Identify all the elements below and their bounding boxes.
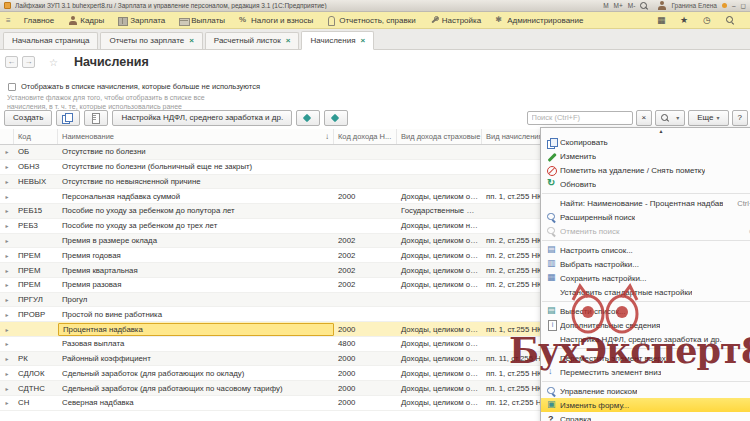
user-chip[interactable]: Гранина Елена [657, 1, 717, 10]
memory-m-button[interactable]: М [603, 2, 608, 9]
more-context-menu: ▲ Скопировать F9 Изменить F2 Пометить на… [540, 127, 750, 421]
diamond-action-button-2[interactable] [324, 110, 348, 126]
row-expander-icon[interactable]: ▸ [0, 178, 14, 185]
row-expander-icon[interactable]: ▸ [0, 311, 14, 318]
user-icon [657, 1, 666, 10]
search-clear-button[interactable]: × [636, 110, 653, 126]
row-expander-icon[interactable]: ▸ [0, 207, 14, 214]
row-expander-icon[interactable]: ▸ [0, 222, 14, 229]
menu-item[interactable]: Сохранить настройки... [541, 271, 750, 285]
window-button[interactable]: ◻ [741, 2, 746, 10]
row-expander-icon[interactable]: ▸ [0, 237, 14, 244]
checkbox-label: Отображать в списке начисления, которые … [21, 82, 260, 91]
menu-item[interactable]: Отменить поиск Ctrl+Q [541, 224, 750, 238]
row-expander-icon[interactable]: ▸ [0, 193, 14, 200]
more-button[interactable]: Еще▾ [688, 110, 728, 126]
search-button[interactable]: ▾ [655, 110, 685, 126]
menu-scroll-up-icon[interactable]: ▲ [541, 128, 750, 135]
list-config-icon [546, 245, 560, 256]
info-icon [546, 320, 560, 331]
menu-item[interactable]: Настроить список... [541, 243, 750, 257]
section-menu-item[interactable]: Кадры [61, 12, 111, 28]
row-expander-icon[interactable]: ▸ [0, 370, 14, 377]
menu-item[interactable]: Найти: Наименование - Процентная надбавк… [541, 196, 750, 210]
tab[interactable]: Начальная страница [3, 32, 98, 49]
section-menu-item[interactable]: Выплаты [172, 12, 232, 28]
zoom-icon[interactable] [640, 1, 649, 10]
memory-m-plus-button[interactable]: М+ [614, 2, 623, 9]
global-search-icon[interactable] [726, 16, 735, 25]
menu-item[interactable]: Выбрать настройки... [541, 257, 750, 271]
favorites-icon[interactable] [680, 16, 689, 25]
menu-item[interactable]: Дополнительные сведения [541, 318, 750, 332]
create-button[interactable]: Создать [4, 110, 52, 126]
search-input[interactable] [527, 111, 633, 125]
row-expander-icon[interactable]: ▸ [0, 385, 14, 392]
section-menu-item[interactable]: Настройка [423, 12, 488, 28]
tab[interactable]: Расчетный листок × [205, 32, 300, 49]
col-name: Наименование↓ [58, 129, 334, 144]
col-code: Код [14, 129, 58, 144]
title-bar: Лайфхаки ЗУП 3.1 buhexpert8.ru / Зарплат… [0, 0, 750, 12]
row-expander-icon[interactable]: ▸ [0, 148, 14, 155]
main-menu-icon[interactable]: ≡ [6, 16, 11, 25]
row-expander-icon[interactable]: ▸ [0, 267, 14, 274]
create-by-copy-button[interactable] [56, 110, 80, 126]
help-button[interactable]: ? [732, 110, 748, 126]
menu-item[interactable]: Изменить F2 [541, 149, 750, 163]
menu-item[interactable]: Установить стандартные настройки [541, 285, 750, 299]
row-expander-icon[interactable]: ▸ [0, 163, 14, 170]
section-menu-item[interactable]: Администрирование [488, 12, 590, 28]
mag-icon [546, 212, 560, 223]
copy-icon [546, 137, 560, 148]
tab-bar: Начальная страница Отчеты по зарплате × … [0, 29, 750, 50]
all-functions-icon[interactable] [657, 16, 666, 25]
favorite-star-icon[interactable]: ☆ [49, 57, 58, 68]
section-menu-item[interactable]: Налоги и взносы [232, 12, 320, 28]
menu-item[interactable]: Вывести список... [541, 304, 750, 318]
menu-item[interactable]: Расширенный поиск Alt+F [541, 210, 750, 224]
memory-m-minus-button[interactable]: М- [628, 2, 636, 9]
page-title: Начисления [74, 55, 149, 69]
section-menu-item[interactable]: Зарплата [111, 12, 172, 28]
gear-icon [495, 16, 504, 25]
menu-item[interactable]: Управление поиском [541, 384, 750, 398]
menu-item[interactable]: Обновить F5 [541, 177, 750, 191]
menu-item[interactable]: Переместить элемент вниз [541, 365, 750, 379]
show-unused-checkbox[interactable] [8, 83, 16, 91]
row-expander-icon[interactable]: ▸ [0, 326, 14, 333]
diamond-action-button-1[interactable] [296, 110, 320, 126]
menu-item[interactable]: Изменить форму... [541, 398, 750, 412]
tab-close-icon[interactable]: × [286, 36, 291, 45]
menu-item[interactable]: Справка F1 [541, 412, 750, 421]
section-menu-item[interactable]: Главное [17, 12, 62, 28]
ndfl-settings-button[interactable]: Настройка НДФЛ, среднего заработка и др. [112, 110, 292, 126]
forward-button[interactable]: → [22, 56, 35, 68]
minimize-button[interactable]: – [732, 2, 736, 9]
menu-separator [542, 301, 750, 302]
menu-separator [542, 381, 750, 382]
row-expander-icon[interactable]: ▸ [0, 281, 14, 288]
menu-item[interactable]: Настройка НДФЛ, среднего заработка и др. [541, 332, 750, 346]
document-button[interactable] [84, 110, 108, 126]
tab-close-icon[interactable]: × [361, 36, 366, 45]
tab[interactable]: Отчеты по зарплате × [100, 32, 202, 49]
refresh-icon [546, 179, 560, 190]
tab-close-icon[interactable]: × [189, 36, 194, 45]
tab[interactable]: Начисления × [301, 31, 374, 50]
menu-item[interactable]: Скопировать F9 [541, 135, 750, 149]
alert-icon[interactable] [722, 3, 727, 8]
history-icon[interactable] [703, 16, 712, 25]
row-expander-icon[interactable]: ▸ [0, 355, 14, 362]
menu-item[interactable]: Переместить элемент вверх [541, 351, 750, 365]
row-expander-icon[interactable]: ▸ [0, 340, 14, 347]
row-expander-icon[interactable]: ▸ [0, 252, 14, 259]
menu-item[interactable]: Пометить на удаление / Снять пометку Del [541, 163, 750, 177]
row-expander-icon[interactable]: ▸ [0, 296, 14, 303]
output-icon [546, 306, 560, 317]
back-button[interactable]: ← [5, 56, 18, 68]
section-menu-item[interactable]: Отчетность, справки [320, 12, 423, 28]
up-icon [546, 353, 560, 364]
row-expander-icon[interactable]: ▸ [0, 399, 14, 406]
menu-separator [542, 348, 750, 349]
